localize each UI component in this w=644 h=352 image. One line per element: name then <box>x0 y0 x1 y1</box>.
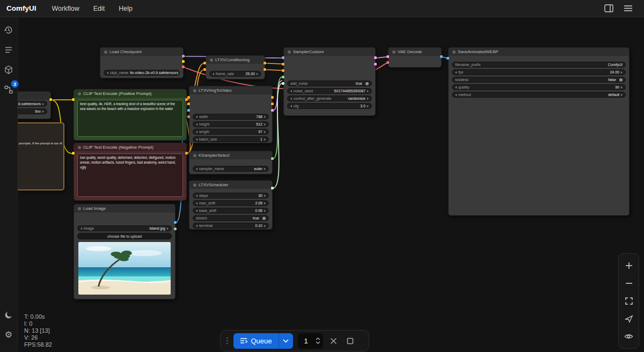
toggle-dot-icon[interactable] <box>619 78 623 82</box>
slot-imgtovideo-image-input[interactable] <box>187 109 190 112</box>
toggle-dot-icon[interactable] <box>262 217 266 220</box>
batch-count-stepper[interactable]: 1 <box>298 333 323 349</box>
increment-arrow-icon[interactable] <box>264 123 266 126</box>
slot-sampler-denoised-output[interactable] <box>374 63 377 65</box>
node-ltxv-conditioning[interactable]: LTXVConditioning frame_rate 25.00 <box>206 55 265 79</box>
widget-length[interactable]: length 97 <box>193 129 269 135</box>
node-header[interactable]: LTXVScheduler <box>189 181 272 189</box>
widget-cfg[interactable]: cfg 3.0 <box>287 103 372 109</box>
drag-handle-icon[interactable] <box>226 338 229 344</box>
menu-workflow[interactable]: Workflow <box>45 2 86 16</box>
slot-checkpoint-clip-output[interactable] <box>182 60 185 63</box>
slot-conditioning-positive-output[interactable] <box>264 62 266 64</box>
decrement-arrow-icon[interactable] <box>290 98 292 100</box>
decrement-arrow-icon[interactable] <box>196 131 197 133</box>
slot-imgtovideo-positive-output[interactable] <box>271 96 274 99</box>
decrement-arrow-icon[interactable] <box>107 72 108 74</box>
widget-ckpt-name[interactable]: ckpt_name ltx-video-2b-v0.9.safetensors <box>104 70 180 76</box>
step-up-icon[interactable] <box>316 338 320 340</box>
increment-arrow-icon[interactable] <box>264 131 266 133</box>
slot-imgtovideo-negative-output[interactable] <box>271 102 274 105</box>
slot-checkpoint-model-output[interactable] <box>182 55 185 57</box>
node-header[interactable]: Load Checkpoint <box>100 48 183 56</box>
widget-method[interactable]: method default <box>452 92 626 98</box>
collapse-dot-icon[interactable] <box>78 146 81 149</box>
collapse-dot-icon[interactable] <box>210 58 213 62</box>
slot-vaedecode-image-output[interactable] <box>440 55 443 58</box>
node-header[interactable]: KSamplerSelect <box>189 151 272 159</box>
node-header[interactable]: CLIP Text Encode (Negative Prompt) <box>74 143 186 151</box>
increment-arrow-icon[interactable] <box>264 116 266 118</box>
increment-arrow-icon[interactable] <box>42 103 44 105</box>
node-ltxv-img-to-video[interactable]: LTXVImgToVideo width 768 height 512 leng… <box>189 86 273 143</box>
widget-max-shift[interactable]: max_shift 2.05 <box>193 200 269 206</box>
collapse-dot-icon[interactable] <box>452 50 456 54</box>
decrement-arrow-icon[interactable] <box>196 210 197 212</box>
slot-imgtovideo-negative-input[interactable] <box>187 102 190 105</box>
decrement-arrow-icon[interactable] <box>455 86 457 89</box>
collapse-dot-icon[interactable] <box>193 154 196 157</box>
widget-base-shift[interactable]: base_shift 0.95 <box>193 208 269 214</box>
panel-toggle-icon[interactable] <box>603 3 614 14</box>
increment-arrow-icon[interactable] <box>621 94 623 96</box>
slot-ksampler-sampler-output[interactable] <box>271 157 274 160</box>
widget-filename-prefix[interactable]: filename_prefix ComfyUI <box>452 62 626 68</box>
widget-width[interactable]: width 768 <box>193 114 269 120</box>
zoom-out-icon[interactable] <box>622 276 636 290</box>
widget-sampler-name[interactable]: sampler_name euler <box>193 166 269 172</box>
widget-control-after-generate[interactable]: control_after_generate randomize <box>287 96 372 101</box>
slot-cliploader-clip-output[interactable] <box>49 98 52 101</box>
settings-gear-icon[interactable]: ⚙ <box>2 328 15 341</box>
collapse-dot-icon[interactable] <box>193 89 196 92</box>
toggle-visibility-eye-icon[interactable] <box>622 329 636 343</box>
increment-arrow-icon[interactable] <box>264 210 266 212</box>
slot-loadimage-mask-output[interactable] <box>174 228 177 230</box>
history-icon[interactable] <box>2 24 15 36</box>
increment-arrow-icon[interactable] <box>367 98 369 100</box>
fit-view-icon[interactable] <box>622 294 636 308</box>
queue-list-icon[interactable] <box>2 43 15 56</box>
slot-checkpoint-vae-output[interactable] <box>182 65 185 68</box>
increment-arrow-icon[interactable] <box>264 138 266 141</box>
queue-options-caret[interactable] <box>279 333 293 349</box>
slot-negative-clip-input[interactable] <box>72 152 75 155</box>
node-header[interactable]: CLIP Text Encode (Positive Prompt) <box>74 90 186 98</box>
increment-arrow-icon[interactable] <box>621 86 623 89</box>
slot-conditioning-positive-input[interactable] <box>203 62 206 64</box>
node-header[interactable]: LTXVConditioning <box>206 56 265 64</box>
slot-imgtovideo-positive-input[interactable] <box>187 96 190 99</box>
increment-arrow-icon[interactable] <box>257 73 258 75</box>
zoom-in-icon[interactable] <box>622 259 636 273</box>
widget-height[interactable]: height 512 <box>193 121 269 127</box>
select-mode-icon[interactable] <box>622 312 636 326</box>
widget-noise-seed[interactable]: noise_seed 501744655390087 <box>287 88 372 94</box>
node-ltxv-scheduler[interactable]: LTXVScheduler steps 30 max_shift 2.05 ba… <box>189 180 273 230</box>
collapse-dot-icon[interactable] <box>78 92 81 96</box>
stop-icon[interactable] <box>345 335 356 347</box>
slot-sampler-positive-input[interactable] <box>282 63 284 65</box>
decrement-arrow-icon[interactable] <box>290 105 292 107</box>
decrement-arrow-icon[interactable] <box>196 195 197 197</box>
decrement-arrow-icon[interactable] <box>455 71 457 74</box>
increment-arrow-icon[interactable] <box>621 71 623 74</box>
increment-arrow-icon[interactable] <box>367 90 369 92</box>
increment-arrow-icon[interactable] <box>264 225 266 227</box>
slot-conditioning-negative-input[interactable] <box>203 68 206 71</box>
node-header[interactable]: SamplerCustom <box>284 48 375 56</box>
slot-sampler-output[interactable] <box>374 56 377 59</box>
widget-steps[interactable]: steps 30 <box>193 193 269 199</box>
decrement-arrow-icon[interactable] <box>455 94 457 96</box>
toggle-dot-icon[interactable] <box>365 82 369 85</box>
cancel-run-icon[interactable] <box>328 335 340 347</box>
slot-sampler-model-input[interactable] <box>282 56 284 59</box>
widget-fps[interactable]: fps 24.00 <box>452 69 626 75</box>
node-load-image[interactable]: Load Image image island.jpg choose file … <box>74 204 175 299</box>
decrement-arrow-icon[interactable] <box>196 225 197 227</box>
menu-edit[interactable]: Edit <box>86 2 112 16</box>
node-clip-text-encode-negative[interactable]: CLIP Text Encode (Negative Prompt) low q… <box>74 143 187 201</box>
increment-arrow-icon[interactable] <box>264 168 266 170</box>
widget-batch-size[interactable]: batch_size 1 <box>193 136 269 142</box>
decrement-arrow-icon[interactable] <box>196 116 197 118</box>
slot-negative-cond-output[interactable] <box>185 152 188 155</box>
slot-sampler-negative-input[interactable] <box>282 69 284 72</box>
